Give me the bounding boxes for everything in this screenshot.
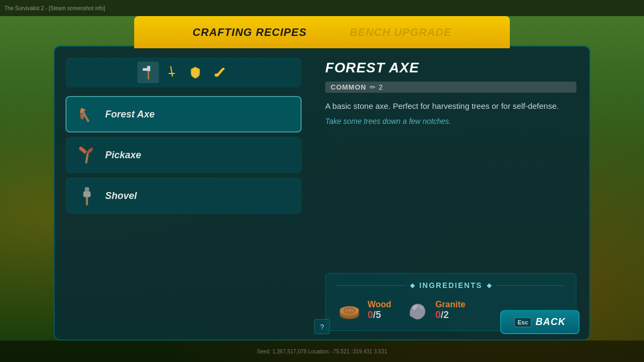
ingredients-line-right (496, 285, 565, 286)
recipe-name-shovel: Shovel (105, 190, 137, 202)
svg-rect-7 (85, 153, 89, 164)
magic-icon (211, 65, 226, 80)
weapons-icon (164, 65, 179, 80)
recipe-name-pickaxe: Pickaxe (105, 150, 141, 161)
main-panel: Forest Axe Pickaxe (54, 46, 590, 341)
help-key: ? (320, 323, 324, 331)
ingredient-info-wood: Wood 0/5 (368, 300, 391, 321)
svg-rect-2 (148, 71, 149, 79)
ingredients-diamond-left: ◆ (410, 282, 415, 289)
ingredient-count-granite: 0/2 (435, 309, 465, 321)
help-button[interactable]: ? (314, 319, 330, 334)
ingredient-wood: Wood 0/5 (336, 297, 391, 323)
tools-icon (141, 65, 156, 80)
window-title: The Survivalist 2 - [Steam screenshot in… (4, 5, 105, 11)
top-bar: The Survivalist 2 - [Steam screenshot in… (0, 0, 644, 16)
rarity-level: 2 (379, 83, 383, 91)
armor-icon (188, 65, 203, 80)
coords-text: Seed: 1,367,517,078 Location: -75.521 -3… (257, 349, 387, 354)
recipe-pickaxe[interactable]: Pickaxe (65, 137, 302, 173)
rarity-badge: COMMON ✏ 2 (325, 82, 576, 93)
wood-icon (337, 298, 362, 322)
pickaxe-icon (76, 144, 98, 166)
ingredient-icon-wood (336, 297, 362, 323)
granite-need: 2 (443, 309, 449, 320)
recipe-forest-axe[interactable]: Forest Axe (65, 96, 302, 132)
category-weapons[interactable] (161, 62, 182, 83)
ingredient-icon-granite (404, 297, 430, 323)
ingredients-diamond-right: ◆ (487, 282, 492, 289)
rarity-icon: ✏ (370, 83, 376, 91)
recipe-icon-shovel (75, 184, 99, 208)
ingredient-name-granite: Granite (435, 300, 465, 309)
back-key: Esc (514, 317, 531, 327)
left-panel: Forest Axe Pickaxe (55, 47, 312, 339)
recipe-shovel[interactable]: Shovel (65, 178, 302, 214)
shovel-icon (76, 185, 98, 206)
svg-rect-1 (143, 68, 150, 71)
ingredient-granite: Granite 0/2 (404, 297, 465, 323)
wood-need: 5 (376, 309, 381, 320)
back-button[interactable]: Esc BACK (500, 310, 580, 334)
svg-rect-9 (86, 197, 88, 205)
category-magic[interactable] (208, 62, 230, 83)
item-title: FOREST AXE (325, 60, 576, 76)
category-armor[interactable] (185, 62, 206, 83)
ingredient-info-granite: Granite 0/2 (435, 300, 465, 321)
granite-icon (405, 298, 429, 322)
ingredient-name-wood: Wood (368, 300, 391, 309)
bottom-bar: Seed: 1,367,517,078 Location: -75.521 -3… (0, 341, 644, 362)
ingredients-title: INGREDIENTS (419, 281, 482, 290)
recipe-name-forest-axe: Forest Axe (105, 109, 155, 120)
category-row (65, 57, 302, 87)
svg-rect-3 (170, 66, 173, 77)
recipe-icon-pickaxe (75, 143, 99, 167)
header-tabs: CRAFTING RECIPES BENCH UPGRADE (134, 16, 510, 48)
item-flavor: Take some trees down a few notches. (325, 117, 576, 125)
tab-crafting-recipes[interactable]: CRAFTING RECIPES (171, 21, 328, 44)
tab-bench-upgrade[interactable]: BENCH UPGRADE (328, 21, 473, 44)
ingredient-count-wood: 0/5 (368, 309, 391, 321)
recipe-icon-forest-axe (75, 102, 99, 126)
ingredients-header: ◆ INGREDIENTS ◆ (336, 281, 565, 290)
svg-rect-4 (169, 73, 175, 74)
wood-have: 0 (368, 309, 373, 320)
category-tools[interactable] (137, 62, 159, 83)
forest-axe-icon (76, 104, 98, 125)
ingredients-line-left (336, 285, 406, 286)
rarity-text: COMMON (331, 83, 367, 91)
granite-have: 0 (435, 309, 441, 320)
right-panel: FOREST AXE COMMON ✏ 2 A basic stone axe.… (312, 47, 589, 339)
svg-point-5 (215, 73, 218, 77)
back-button-label: BACK (536, 316, 566, 328)
item-description: A basic stone axe. Perfect for harvestin… (325, 100, 576, 113)
